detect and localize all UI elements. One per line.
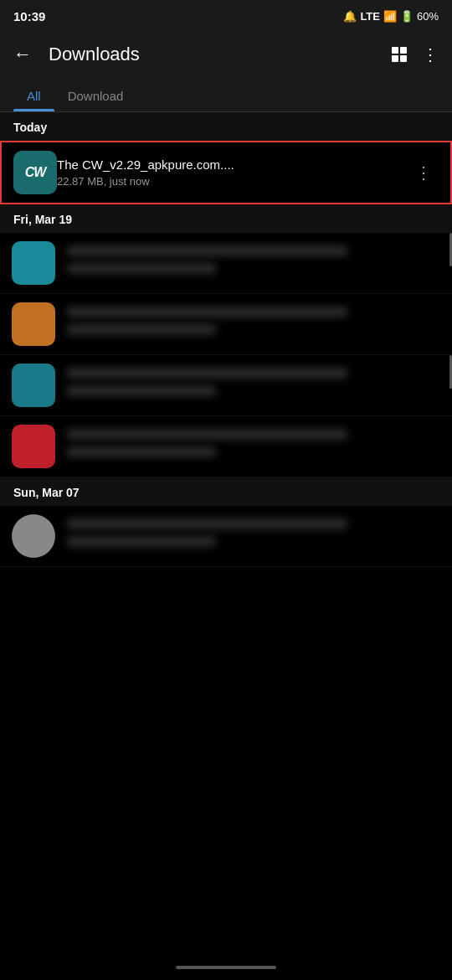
blurred-section-fri: [0, 233, 452, 477]
download-item-cw[interactable]: CW The CW_v2.29_apkpure.com.... 22.87 MB…: [0, 141, 452, 204]
network-label: LTE: [360, 10, 380, 23]
blurred-meta-line: [67, 536, 216, 547]
item-info-cw: The CW_v2.29_apkpure.com.... 22.87 MB, j…: [57, 157, 408, 188]
app-header: ← Downloads ⋮: [0, 30, 452, 79]
cw-app-icon: CW: [13, 151, 57, 194]
blurred-app-icon: [12, 364, 55, 407]
blurred-section-sun: [0, 506, 452, 567]
section-header-fri: Fri, Mar 19: [0, 204, 452, 233]
status-bar: 10:39 🔔 LTE 📶 🔋 60%: [0, 0, 452, 30]
back-button[interactable]: ←: [13, 44, 32, 65]
battery-icon: 🔋: [400, 10, 413, 23]
item-name-cw: The CW_v2.29_apkpure.com....: [57, 157, 408, 172]
item-more-options-cw[interactable]: ⋮: [408, 156, 439, 189]
blurred-name-line: [67, 307, 347, 317]
blurred-text: [67, 307, 440, 342]
home-indicator: [176, 966, 276, 969]
tab-all[interactable]: All: [13, 79, 54, 111]
tab-download[interactable]: Download: [54, 79, 137, 111]
blurred-meta-line: [67, 263, 216, 274]
blurred-meta-line: [67, 324, 216, 335]
blurred-meta-line: [67, 446, 216, 457]
section-header-today: Today: [0, 112, 452, 141]
status-icons: 🔔 LTE 📶 🔋 60%: [343, 10, 439, 23]
page-title: Downloads: [49, 44, 392, 65]
blurred-text: [67, 429, 440, 464]
list-item[interactable]: [0, 506, 452, 567]
item-meta-cw: 22.87 MB, just now: [57, 175, 408, 188]
blurred-text: [67, 518, 440, 554]
list-item[interactable]: [0, 233, 452, 294]
blurred-name-line: [67, 429, 347, 440]
blurred-app-icon: [12, 425, 55, 468]
tab-bar: All Download: [0, 79, 452, 112]
blurred-name-line: [67, 518, 347, 529]
blurred-name-line: [67, 245, 347, 256]
list-item[interactable]: [0, 355, 452, 416]
blurred-text: [67, 245, 440, 281]
blurred-meta-line: [67, 385, 216, 396]
blurred-app-icon: [12, 302, 55, 346]
signal-icon: 📶: [383, 10, 397, 23]
section-header-sun: Sun, Mar 07: [0, 477, 452, 506]
blurred-app-icon: [12, 514, 55, 558]
blurred-app-icon: [12, 241, 55, 285]
blurred-name-line: [67, 368, 347, 379]
header-actions: ⋮: [392, 44, 439, 64]
more-options-icon[interactable]: ⋮: [422, 44, 439, 64]
alarm-icon: 🔔: [343, 10, 357, 23]
bottom-nav-bar: [0, 955, 452, 980]
list-item[interactable]: [0, 416, 452, 477]
blurred-text: [67, 368, 440, 403]
grid-view-icon[interactable]: [392, 47, 407, 62]
battery-label: 60%: [417, 10, 439, 23]
status-time: 10:39: [13, 9, 45, 23]
list-item[interactable]: [0, 294, 452, 355]
